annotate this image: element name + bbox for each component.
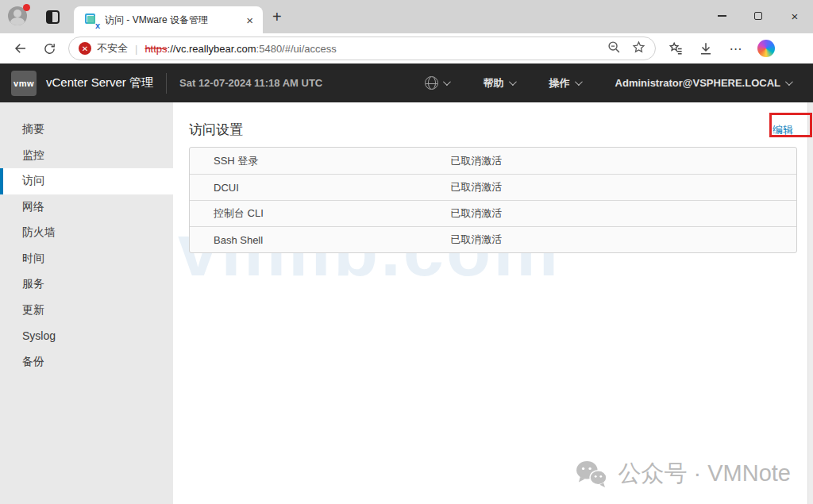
new-tab-button[interactable]: + — [272, 9, 282, 25]
tab-title: 访问 - VMware 设备管理 — [105, 13, 243, 27]
url-separator: | — [135, 43, 137, 55]
sidebar-item-0[interactable]: 摘要 — [0, 117, 173, 143]
watermark-bottom-label: 公众号 · VMNote — [618, 458, 791, 490]
row-value: 已取消激活 — [451, 154, 503, 168]
chevron-down-icon — [785, 78, 793, 86]
sidebar-item-2[interactable]: 访问 — [0, 168, 173, 194]
vmware-favicon-icon: x — [85, 13, 98, 27]
favorite-star-icon[interactable] — [632, 40, 645, 57]
not-secure-icon: ✕ — [79, 42, 91, 55]
address-bar[interactable]: ✕ 不安全 | https://vc.reallybear.com:5480/#… — [68, 37, 656, 60]
main-content: vmlib.com 访问设置 编辑 SSH 登录已取消激活DCUI已取消激活控制… — [173, 102, 813, 504]
sidebar-item-4[interactable]: 防火墙 — [0, 220, 173, 246]
vmware-logo: vmw — [11, 71, 37, 96]
tab-strip: x 访问 - VMware 设备管理 × + × — [0, 0, 813, 33]
app-title: vCenter Server 管理 — [46, 75, 153, 90]
row-value: 已取消激活 — [451, 233, 503, 247]
sidebar-item-5[interactable]: 时间 — [0, 246, 173, 272]
table-row: 控制台 CLI已取消激活 — [190, 200, 796, 226]
page-scrollbar[interactable] — [807, 102, 813, 504]
row-value: 已取消激活 — [451, 206, 503, 221]
minimize-button[interactable] — [703, 0, 740, 32]
url-text[interactable]: https://vc.reallybear.com:5480/#/ui/acce… — [144, 43, 601, 55]
maximize-button[interactable] — [740, 0, 776, 32]
actions-menu[interactable]: 操作 — [549, 76, 580, 90]
address-bar-row: ✕ 不安全 | https://vc.reallybear.com:5480/#… — [0, 33, 813, 63]
sidebar-item-7[interactable]: 更新 — [0, 298, 173, 324]
edit-button[interactable]: 编辑 — [773, 123, 793, 137]
refresh-button[interactable] — [38, 37, 60, 60]
language-menu[interactable] — [425, 76, 449, 90]
chevron-down-icon — [509, 78, 517, 86]
sidebar-item-8[interactable]: Syslog — [0, 323, 173, 349]
sidebar-item-3[interactable]: 网络 — [0, 194, 173, 221]
table-row: Bash Shell已取消激活 — [190, 226, 796, 252]
row-label: SSH 登录 — [190, 154, 451, 168]
close-window-button[interactable]: × — [776, 0, 813, 32]
header-timestamp: Sat 12-07-2024 11:18 AM UTC — [179, 77, 322, 89]
profile-avatar[interactable] — [8, 6, 29, 27]
help-menu[interactable]: 帮助 — [484, 76, 514, 90]
table-row: SSH 登录已取消激活 — [190, 148, 796, 174]
sidebar-nav: 摘要监控访问网络防火墙时间服务更新Syslog备份 — [0, 102, 173, 504]
copilot-icon[interactable] — [754, 37, 778, 60]
user-menu[interactable]: Administrator@VSPHERE.LOCAL — [615, 77, 791, 89]
sidebar-item-9[interactable]: 备份 — [0, 349, 173, 375]
zoom-out-icon[interactable] — [607, 40, 621, 57]
access-settings-table: SSH 登录已取消激活DCUI已取消激活控制台 CLI已取消激活Bash She… — [189, 147, 797, 253]
table-row: DCUI已取消激活 — [190, 174, 796, 200]
downloads-icon[interactable] — [694, 37, 718, 60]
row-label: Bash Shell — [190, 234, 451, 246]
chevron-down-icon — [575, 78, 583, 86]
back-button[interactable] — [10, 37, 32, 60]
not-secure-label[interactable]: 不安全 — [97, 41, 128, 56]
row-label: 控制台 CLI — [190, 206, 451, 221]
url-host: ://vc.reallybear.com — [168, 43, 256, 55]
chevron-down-icon — [443, 78, 451, 86]
row-value: 已取消激活 — [451, 180, 503, 194]
window-controls: × — [703, 0, 813, 32]
sidebar-item-6[interactable]: 服务 — [0, 271, 173, 298]
wechat-icon — [575, 460, 608, 487]
globe-icon — [425, 76, 438, 90]
header-divider — [166, 73, 167, 94]
tab-actions-icon[interactable] — [46, 10, 60, 24]
settings-more-icon[interactable]: ⋯ — [724, 37, 748, 60]
browser-window: x 访问 - VMware 设备管理 × + × ✕ 不安全 | https:/… — [0, 0, 813, 504]
url-path: :5480/#/ui/access — [256, 43, 337, 55]
page-title: 访问设置 — [189, 121, 243, 139]
row-label: DCUI — [190, 182, 451, 194]
notification-dot — [23, 4, 30, 11]
vami-header: vmw vCenter Server 管理 Sat 12-07-2024 11:… — [0, 63, 813, 102]
sidebar-item-1[interactable]: 监控 — [0, 143, 173, 169]
close-tab-icon[interactable]: × — [243, 13, 256, 27]
watermark-bottom: 公众号 · VMNote — [575, 458, 791, 490]
browser-tab-active[interactable]: x 访问 - VMware 设备管理 × — [74, 6, 263, 33]
collections-icon[interactable] — [664, 37, 688, 60]
url-scheme: https — [144, 43, 167, 55]
